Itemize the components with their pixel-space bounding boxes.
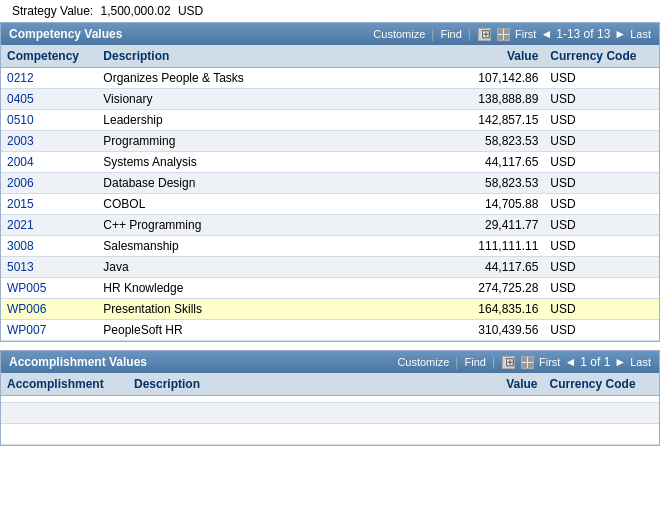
competency-next-btn[interactable]: ► <box>614 27 626 41</box>
currency-cell: USD <box>544 152 659 173</box>
competency-cell: 2015 <box>1 194 97 215</box>
competency-controls: Customize | Find | ⊞ First ◄ 1-13 of 13 … <box>373 27 651 41</box>
accomplishment-table-header: Accomplishment Description Value Currenc… <box>1 373 659 396</box>
competency-find-link[interactable]: Find <box>440 28 461 40</box>
table-row-empty <box>1 403 659 424</box>
currency-cell: USD <box>544 131 659 152</box>
table-row: 0405 Visionary 138,888.89 USD <box>1 89 659 110</box>
value-cell: 44,117.65 <box>395 152 544 173</box>
acc-value-cell <box>393 396 543 403</box>
value-cell: 44,117.65 <box>395 257 544 278</box>
currency-cell: USD <box>544 89 659 110</box>
accomplishment-section-header: Accomplishment Values Customize | Find |… <box>1 351 659 373</box>
value-cell: 164,835.16 <box>395 299 544 320</box>
col-acc-description: Description <box>128 373 394 396</box>
value-cell: 111,111.11 <box>395 236 544 257</box>
svg-rect-9 <box>528 357 533 362</box>
value-cell: 274,725.28 <box>395 278 544 299</box>
competency-cell: 2006 <box>1 173 97 194</box>
accomplishment-next-btn[interactable]: ► <box>614 355 626 369</box>
competency-cell: 0405 <box>1 89 97 110</box>
acc-description-cell <box>128 396 394 403</box>
table-row: 2004 Systems Analysis 44,117.65 USD <box>1 152 659 173</box>
value-cell: 142,857.15 <box>395 110 544 131</box>
accomplishment-section: Accomplishment Values Customize | Find |… <box>0 350 660 446</box>
svg-rect-10 <box>522 363 527 368</box>
competency-cell: 5013 <box>1 257 97 278</box>
description-cell: PeopleSoft HR <box>97 320 395 341</box>
accomplishment-customize-link[interactable]: Customize <box>397 356 449 368</box>
currency-cell: USD <box>544 173 659 194</box>
value-cell: 310,439.56 <box>395 320 544 341</box>
table-row <box>1 396 659 403</box>
strategy-value-amount: 1,500,000.02 <box>101 4 171 18</box>
accomplishment-export-icon[interactable]: ⊞ <box>502 356 515 369</box>
competency-customize-link[interactable]: Customize <box>373 28 425 40</box>
currency-cell: USD <box>544 110 659 131</box>
description-cell: Salesmanship <box>97 236 395 257</box>
acc-currency-cell <box>544 396 659 403</box>
currency-cell: USD <box>544 194 659 215</box>
competency-cell: 2021 <box>1 215 97 236</box>
competency-table-header: Competency Description Value Currency Co… <box>1 45 659 68</box>
value-cell: 29,411.77 <box>395 215 544 236</box>
description-cell: C++ Programming <box>97 215 395 236</box>
competency-cell: 2003 <box>1 131 97 152</box>
accomplishment-first-btn[interactable]: First <box>539 356 560 368</box>
table-row: 2021 C++ Programming 29,411.77 USD <box>1 215 659 236</box>
col-acc-currency-code: Currency Code <box>544 373 659 396</box>
competency-cell: WP006 <box>1 299 97 320</box>
currency-cell: USD <box>544 215 659 236</box>
competency-last-btn[interactable]: Last <box>630 28 651 40</box>
accomplishment-last-btn[interactable]: Last <box>630 356 651 368</box>
table-row: 0212 Organizes People & Tasks 107,142.86… <box>1 68 659 89</box>
competency-table: Competency Description Value Currency Co… <box>1 45 659 341</box>
accomplishment-page-range: 1 of 1 <box>580 355 610 369</box>
accomplishment-cell <box>1 396 128 403</box>
col-acc-value: Value <box>393 373 543 396</box>
competency-first-btn[interactable]: First <box>515 28 536 40</box>
competency-export-icon[interactable]: ⊞ <box>478 28 491 41</box>
table-row: 2003 Programming 58,823.53 USD <box>1 131 659 152</box>
strategy-value-currency: USD <box>178 4 203 18</box>
description-cell: COBOL <box>97 194 395 215</box>
competency-cell: 3008 <box>1 236 97 257</box>
competency-grid-icon[interactable] <box>497 28 510 41</box>
description-cell: Java <box>97 257 395 278</box>
svg-rect-5 <box>504 35 509 40</box>
accomplishment-table: Accomplishment Description Value Currenc… <box>1 373 659 445</box>
value-cell: 58,823.53 <box>395 173 544 194</box>
competency-cell: 2004 <box>1 152 97 173</box>
table-row: 2015 COBOL 14,705.88 USD <box>1 194 659 215</box>
svg-rect-4 <box>498 35 503 40</box>
currency-cell: USD <box>544 68 659 89</box>
table-row: 5013 Java 44,117.65 USD <box>1 257 659 278</box>
competency-page-range: 1-13 of 13 <box>556 27 610 41</box>
competency-cell: WP005 <box>1 278 97 299</box>
description-cell: HR Knowledge <box>97 278 395 299</box>
description-cell: Database Design <box>97 173 395 194</box>
col-currency-code: Currency Code <box>544 45 659 68</box>
table-row-empty <box>1 424 659 445</box>
currency-cell: USD <box>544 320 659 341</box>
competency-section-title: Competency Values <box>9 27 122 41</box>
svg-rect-8 <box>522 357 527 362</box>
table-row: 0510 Leadership 142,857.15 USD <box>1 110 659 131</box>
accomplishment-prev-btn[interactable]: ◄ <box>564 355 576 369</box>
accomplishment-grid-icon[interactable] <box>521 356 534 369</box>
description-cell: Systems Analysis <box>97 152 395 173</box>
table-row: 3008 Salesmanship 111,111.11 USD <box>1 236 659 257</box>
table-row: WP005 HR Knowledge 274,725.28 USD <box>1 278 659 299</box>
col-accomplishment: Accomplishment <box>1 373 128 396</box>
svg-rect-2 <box>498 29 503 34</box>
competency-prev-btn[interactable]: ◄ <box>540 27 552 41</box>
table-row: WP006 Presentation Skills 164,835.16 USD <box>1 299 659 320</box>
accomplishment-find-link[interactable]: Find <box>464 356 485 368</box>
currency-cell: USD <box>544 236 659 257</box>
col-value: Value <box>395 45 544 68</box>
table-row: WP007 PeopleSoft HR 310,439.56 USD <box>1 320 659 341</box>
competency-cell: 0212 <box>1 68 97 89</box>
description-cell: Visionary <box>97 89 395 110</box>
currency-cell: USD <box>544 278 659 299</box>
description-cell: Presentation Skills <box>97 299 395 320</box>
